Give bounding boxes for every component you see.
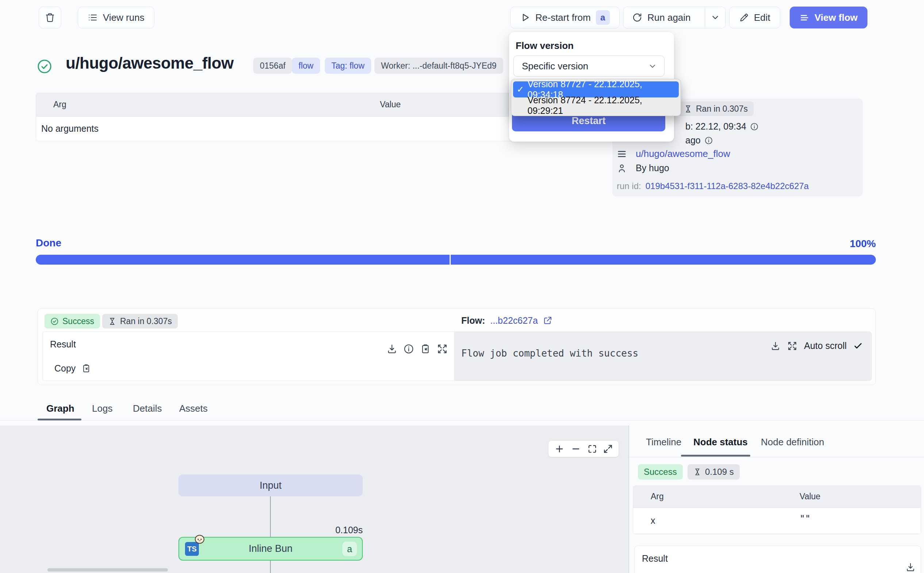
page-title: u/hugo/awesome_flow bbox=[66, 54, 233, 72]
trash-icon bbox=[45, 13, 55, 23]
graph-edge bbox=[270, 560, 271, 573]
ago-row: ago bbox=[685, 135, 713, 146]
expand-icon[interactable] bbox=[787, 341, 797, 351]
info-icon[interactable] bbox=[403, 343, 414, 354]
run-again-dropdown-button[interactable] bbox=[705, 7, 725, 28]
version-select-value: Specific version bbox=[522, 61, 588, 72]
download-icon[interactable] bbox=[386, 343, 397, 354]
copy-result-button[interactable]: Copy bbox=[55, 363, 91, 374]
progress-status: Done bbox=[36, 237, 61, 249]
expand-icon[interactable] bbox=[437, 343, 448, 354]
result-title: Result bbox=[50, 339, 76, 350]
node-status-badge: Success bbox=[638, 464, 683, 479]
node-status-panel: Timeline Node status Node definition Suc… bbox=[629, 426, 924, 573]
clipboard-icon bbox=[81, 363, 91, 373]
tab-graph[interactable]: Graph bbox=[46, 403, 75, 414]
active-tab-underline bbox=[38, 419, 81, 420]
bun-icon bbox=[194, 533, 205, 545]
pencil-icon bbox=[739, 13, 749, 23]
edit-label: Edit bbox=[754, 12, 770, 23]
graph-node-inline-bun[interactable]: TS Inline Bun a bbox=[178, 537, 363, 560]
result-toolbar bbox=[386, 343, 448, 354]
hourglass-icon bbox=[693, 468, 701, 476]
success-check-icon bbox=[36, 58, 53, 74]
flow-graph-canvas[interactable]: Input 0.109s TS Inline Bun a bbox=[0, 426, 629, 573]
zoom-out-icon[interactable] bbox=[571, 444, 581, 454]
node-args-header: Arg Value bbox=[633, 486, 921, 508]
flow-status-label: Success bbox=[63, 316, 94, 326]
fullscreen-icon[interactable] bbox=[603, 444, 613, 454]
ago-text: ago bbox=[685, 135, 700, 146]
arg-value: "" bbox=[800, 513, 810, 524]
node-step-badge-label: a bbox=[347, 544, 352, 554]
download-icon[interactable] bbox=[905, 562, 916, 572]
fit-view-icon[interactable] bbox=[588, 444, 597, 454]
run-again-label: Run again bbox=[647, 12, 691, 23]
arg-name: x bbox=[651, 515, 655, 526]
progress-percent: 100% bbox=[821, 238, 876, 250]
run-again-split-button: Run again bbox=[623, 6, 726, 28]
run-id-label: run id: bbox=[617, 181, 641, 191]
clipboard-copy-icon[interactable] bbox=[420, 343, 431, 354]
node-args-table: Arg Value x "" bbox=[633, 485, 921, 534]
progress-segment-divider bbox=[450, 255, 451, 265]
zoom-in-icon[interactable] bbox=[554, 444, 564, 454]
node-duration-label: 0.109s bbox=[290, 525, 363, 535]
tab-timeline[interactable]: Timeline bbox=[646, 437, 681, 448]
log-toolbar: Auto scroll bbox=[770, 341, 863, 351]
input-node-label: Input bbox=[260, 480, 281, 491]
tab-details[interactable]: Details bbox=[133, 403, 162, 414]
delete-run-button[interactable] bbox=[39, 6, 61, 28]
started-at-text: b: 22.12, 09:34 bbox=[685, 121, 746, 132]
info-icon bbox=[704, 136, 713, 145]
download-icon[interactable] bbox=[770, 341, 780, 351]
run-id-link[interactable]: 019b4531-f311-112a-6283-82e4b22c627a bbox=[646, 181, 809, 191]
worker-badge: Worker: ...-default-ft8q5-JYEd9 bbox=[374, 58, 503, 74]
log-text: Flow job completed with success bbox=[461, 348, 638, 359]
restart-from-button[interactable]: Re-start from a bbox=[510, 6, 620, 28]
version-option[interactable]: Version 87724 - 22.12.2025, 09:29:21 bbox=[513, 97, 679, 114]
version-select[interactable]: Specific version bbox=[513, 55, 664, 77]
view-flow-label: View flow bbox=[815, 12, 858, 23]
restart-from-label: Re-start from bbox=[535, 12, 591, 23]
run-again-button[interactable]: Run again bbox=[623, 7, 700, 28]
chevron-down-icon bbox=[648, 62, 657, 70]
tab-node-definition[interactable]: Node definition bbox=[761, 437, 824, 448]
panel-tabs-divider bbox=[629, 457, 924, 457]
check-icon[interactable] bbox=[853, 341, 863, 351]
value-column-header: Value bbox=[800, 492, 820, 501]
view-runs-button[interactable]: View runs bbox=[78, 6, 154, 28]
flow-duration-badge: Ran in 0.307s bbox=[102, 314, 178, 329]
flow-link-label: Flow: bbox=[461, 315, 485, 326]
flow-path-link[interactable]: u/hugo/awesome_flow bbox=[636, 148, 730, 160]
tab-logs[interactable]: Logs bbox=[92, 403, 113, 414]
edit-button[interactable]: Edit bbox=[729, 6, 780, 28]
auto-scroll-label: Auto scroll bbox=[804, 341, 847, 351]
ran-in-label: Ran in 0.307s bbox=[696, 104, 748, 114]
arg-column-header: Arg bbox=[53, 100, 66, 110]
by-user-row: By hugo bbox=[617, 163, 669, 173]
flow-status-badge: Success bbox=[45, 314, 100, 329]
flow-run-link[interactable]: ...b22c627a bbox=[490, 315, 538, 326]
restart-button-label: Restart bbox=[571, 115, 605, 127]
tab-assets[interactable]: Assets bbox=[179, 403, 208, 414]
result-title: Result bbox=[642, 553, 668, 564]
tab-node-status[interactable]: Node status bbox=[693, 437, 748, 448]
flow-kind-badge: flow bbox=[292, 58, 320, 74]
lines-icon bbox=[617, 149, 627, 159]
node-result-card: Result Copy bbox=[634, 546, 921, 573]
graph-edge bbox=[270, 496, 271, 537]
by-user-label: By hugo bbox=[636, 163, 669, 173]
progress-bar bbox=[36, 255, 876, 265]
arg-column-header: Arg bbox=[651, 492, 664, 501]
info-icon bbox=[750, 122, 759, 131]
hourglass-icon bbox=[684, 105, 692, 113]
node-status-label: Success bbox=[644, 467, 677, 477]
external-link-icon[interactable] bbox=[543, 316, 552, 325]
horizontal-scrollbar[interactable] bbox=[47, 568, 168, 571]
graph-node-input[interactable]: Input bbox=[178, 474, 363, 496]
menu-icon bbox=[800, 13, 810, 23]
node-duration-badge: 0.109 s bbox=[688, 464, 740, 479]
view-flow-button[interactable]: View flow bbox=[790, 6, 868, 28]
result-log-panel: Result Copy Flow job completed with succ… bbox=[42, 331, 872, 381]
